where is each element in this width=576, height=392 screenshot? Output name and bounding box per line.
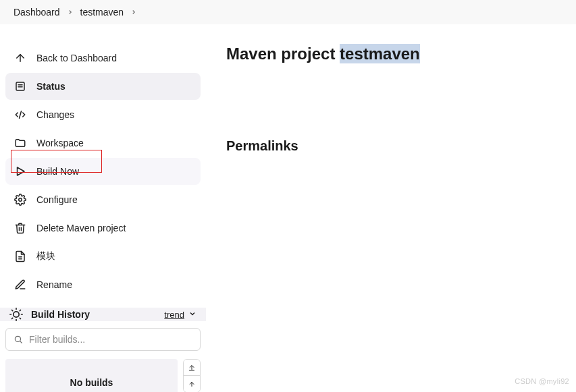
folder-icon — [14, 136, 27, 150]
panel-collapse-button[interactable] — [184, 376, 200, 392]
permalinks-title: Permalinks — [226, 138, 556, 154]
sidebar-item-label: Changes — [36, 109, 74, 120]
play-icon — [14, 165, 27, 178]
trend-label: trend — [164, 310, 184, 320]
svg-line-16 — [12, 318, 13, 318]
build-history-title: Build History — [31, 309, 90, 320]
sidebar-item-status[interactable]: Status — [5, 73, 201, 100]
history-icon — [9, 308, 23, 321]
svg-point-18 — [15, 336, 20, 341]
chevron-down-icon — [188, 310, 197, 320]
sidebar: Back to Dashboard Status Changes Workspa… — [0, 24, 206, 392]
sidebar-item-label: 模块 — [36, 250, 55, 262]
svg-line-19 — [20, 341, 22, 343]
gear-icon — [14, 193, 27, 206]
sidebar-item-modules[interactable]: 模块 — [5, 243, 201, 270]
document-icon — [14, 250, 27, 263]
sidebar-item-label: Workspace — [36, 138, 84, 148]
sidebar-item-label: Back to Dashboard — [36, 53, 117, 63]
code-icon — [14, 108, 27, 121]
arrow-up-icon — [14, 51, 27, 65]
no-builds-text: No builds — [70, 377, 113, 388]
svg-line-15 — [20, 318, 20, 318]
build-history-header: Build History trend — [0, 308, 206, 321]
page-title-name: testmaven — [340, 44, 420, 63]
svg-line-14 — [12, 310, 13, 311]
main-panel: Maven project testmaven Permalinks — [206, 24, 576, 392]
sidebar-item-workspace[interactable]: Workspace — [5, 130, 201, 157]
sidebar-item-back[interactable]: Back to Dashboard — [5, 45, 201, 72]
sidebar-item-changes[interactable]: Changes — [5, 101, 201, 128]
svg-point-6 — [19, 198, 22, 202]
trend-link[interactable]: trend — [164, 310, 197, 320]
sidebar-item-rename[interactable]: Rename — [5, 271, 201, 298]
filter-builds[interactable] — [5, 328, 201, 351]
breadcrumb-item[interactable]: testmaven — [80, 7, 124, 18]
svg-line-4 — [20, 111, 22, 119]
trash-icon — [14, 221, 27, 235]
chevron-right-icon — [130, 9, 137, 16]
chevron-right-icon — [67, 9, 74, 16]
no-builds: No builds — [5, 359, 178, 392]
sidebar-item-delete[interactable]: Delete Maven project — [5, 215, 201, 242]
sidebar-item-label: Rename — [36, 279, 72, 290]
svg-marker-5 — [18, 167, 25, 175]
sidebar-item-label: Delete Maven project — [36, 223, 126, 233]
panel-expand-button[interactable] — [184, 360, 200, 376]
breadcrumb: Dashboard testmaven — [0, 0, 576, 24]
sidebar-item-label: Build Now — [36, 166, 79, 177]
breadcrumb-item[interactable]: Dashboard — [14, 7, 60, 18]
filter-builds-input[interactable] — [29, 334, 193, 345]
page-title-prefix: Maven project — [226, 45, 340, 63]
sidebar-item-label: Status — [36, 81, 66, 92]
svg-point-9 — [14, 312, 19, 317]
svg-line-17 — [20, 310, 20, 311]
panel-resize-controls — [183, 359, 201, 392]
sidebar-item-build-now[interactable]: Build Now — [5, 158, 201, 185]
status-icon — [14, 80, 27, 93]
sidebar-item-configure[interactable]: Configure — [5, 186, 201, 213]
sidebar-item-label: Configure — [36, 194, 78, 205]
page-title: Maven project testmaven — [226, 45, 556, 64]
watermark: CSDN @myli92 — [515, 377, 569, 385]
search-icon — [13, 334, 24, 345]
pencil-icon — [14, 278, 27, 291]
